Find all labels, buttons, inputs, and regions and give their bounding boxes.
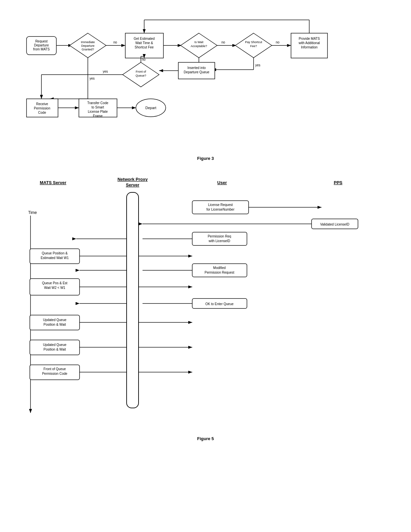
- svg-rect-82: [192, 201, 249, 214]
- svg-text:yes: yes: [89, 77, 95, 80]
- svg-rect-81: [127, 192, 139, 408]
- svg-text:Permission Request: Permission Request: [205, 271, 234, 274]
- svg-text:Receive: Receive: [36, 102, 48, 106]
- svg-text:License Request: License Request: [208, 203, 233, 207]
- svg-rect-89: [192, 232, 247, 245]
- svg-text:Estimated Wait W1: Estimated Wait W1: [41, 256, 69, 260]
- svg-text:Updated Queue: Updated Queue: [43, 318, 67, 322]
- svg-text:no: no: [221, 40, 225, 44]
- svg-text:Transfer Code: Transfer Code: [87, 101, 108, 105]
- svg-text:yes: yes: [255, 63, 261, 67]
- svg-text:Information: Information: [301, 45, 318, 49]
- svg-text:Code: Code: [38, 111, 46, 114]
- svg-text:Queue Pos & Est: Queue Pos & Est: [42, 281, 68, 285]
- svg-text:no: no: [142, 58, 146, 61]
- svg-text:Front of Queue: Front of Queue: [43, 367, 66, 371]
- svg-text:Permission: Permission: [34, 106, 50, 110]
- svg-text:PPS: PPS: [334, 180, 342, 185]
- svg-text:no: no: [113, 40, 117, 44]
- svg-text:Pay Shortcut: Pay Shortcut: [245, 40, 262, 44]
- svg-text:Position & Wait: Position & Wait: [43, 348, 66, 351]
- svg-text:Validated LicenseID: Validated LicenseID: [320, 223, 349, 226]
- figure5-label: Figure 5: [7, 436, 404, 441]
- svg-text:Inserted into: Inserted into: [187, 66, 206, 70]
- svg-text:Queue?: Queue?: [136, 74, 146, 77]
- page-container: Request Departure from MATS Immediate De…: [7, 13, 404, 441]
- svg-text:Wait Time &: Wait Time &: [135, 41, 153, 45]
- svg-text:Request: Request: [35, 39, 47, 43]
- svg-text:MATS Server: MATS Server: [40, 180, 66, 185]
- svg-text:Is Wait: Is Wait: [194, 40, 204, 44]
- svg-text:Granted?: Granted?: [82, 48, 94, 51]
- svg-text:from MATS: from MATS: [33, 47, 50, 51]
- svg-text:Immediate: Immediate: [81, 40, 95, 44]
- figure5-diagram: MATS Server Network Proxy Server User PP…: [23, 174, 388, 433]
- svg-text:Network Proxy: Network Proxy: [117, 177, 148, 182]
- svg-text:Depart: Depart: [145, 106, 156, 110]
- svg-text:Permission Code: Permission Code: [42, 372, 68, 375]
- svg-text:Provide MATS: Provide MATS: [299, 37, 320, 40]
- svg-text:Front of: Front of: [136, 70, 146, 73]
- svg-text:to Smart: to Smart: [91, 105, 104, 109]
- svg-text:with Additional: with Additional: [298, 41, 320, 45]
- svg-text:Updated Queue: Updated Queue: [43, 343, 67, 347]
- svg-text:for LicenseNumber: for LicenseNumber: [206, 208, 235, 211]
- svg-text:Modified: Modified: [213, 266, 226, 270]
- svg-text:Wait W2 < W1: Wait W2 < W1: [44, 286, 65, 290]
- svg-text:Queue Position &: Queue Position &: [42, 251, 68, 255]
- svg-text:Departure: Departure: [34, 43, 49, 47]
- svg-rect-99: [192, 264, 247, 277]
- svg-text:Fee?: Fee?: [250, 44, 257, 48]
- svg-text:Get Estimated: Get Estimated: [134, 37, 154, 40]
- svg-text:no: no: [276, 40, 280, 44]
- figure3-label: Figure 3: [7, 156, 404, 161]
- svg-text:Frame: Frame: [93, 114, 103, 118]
- svg-text:Server: Server: [126, 182, 139, 187]
- svg-text:Shortcut Fee: Shortcut Fee: [135, 45, 154, 49]
- svg-text:yes: yes: [103, 70, 108, 73]
- figure3-diagram: Request Departure from MATS Immediate De…: [23, 13, 388, 153]
- svg-text:with LicenseID: with LicenseID: [208, 239, 230, 243]
- svg-text:Acceptable?: Acceptable?: [191, 44, 207, 48]
- svg-text:OK to Enter Queue: OK to Enter Queue: [205, 302, 233, 306]
- svg-text:Time: Time: [28, 210, 37, 215]
- svg-text:License Plate: License Plate: [88, 110, 108, 113]
- svg-text:Permission Req: Permission Req: [208, 234, 231, 238]
- svg-text:Position & Wait: Position & Wait: [43, 323, 66, 326]
- svg-text:Departure Queue: Departure Queue: [184, 70, 209, 74]
- svg-text:User: User: [217, 180, 227, 185]
- svg-text:Departure: Departure: [81, 44, 94, 47]
